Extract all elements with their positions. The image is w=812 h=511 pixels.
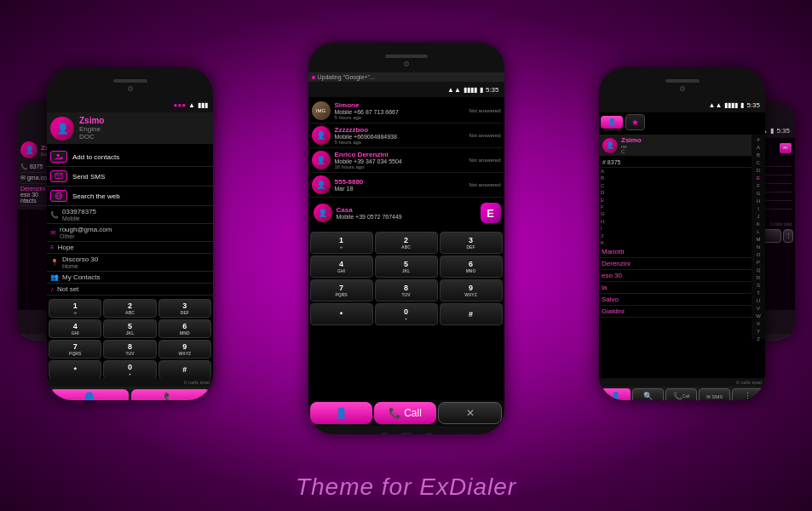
action-send-sms[interactable]: Send SMS bbox=[47, 167, 213, 187]
call-avatar-3: 👤 bbox=[312, 175, 331, 194]
dial-4[interactable]: 4GHI bbox=[49, 319, 101, 338]
time-rb: 5:35 bbox=[776, 127, 790, 135]
cdial-1[interactable]: 1∞ bbox=[310, 232, 373, 254]
cdial-0[interactable]: 0+ bbox=[375, 303, 438, 325]
dial-star[interactable]: * bbox=[49, 360, 101, 378]
right-more-btn[interactable]: ⋮ bbox=[732, 388, 763, 400]
action-add-contacts[interactable]: Add to contacts bbox=[47, 147, 213, 167]
signal-right: ▮▮▮▮ bbox=[724, 101, 738, 109]
dial-1[interactable]: 1∞ bbox=[49, 299, 101, 318]
contact-salvo[interactable]: Salvo bbox=[599, 294, 752, 306]
wifi-center: ▲▲ bbox=[447, 86, 461, 94]
cdial-8[interactable]: 8TUV bbox=[375, 279, 438, 301]
call-item-4-row[interactable]: 👤 Casa Mobile +39 0572 767449 E bbox=[310, 198, 503, 228]
alpha-E: E bbox=[601, 197, 750, 204]
call-item-4: 👤 Casa Mobile +39 0572 767449 bbox=[312, 201, 481, 225]
dialpad-left: 1∞ 2ABC 3DEF 4GHI 5JKL 6MNO 7PQRS 8TUV 9… bbox=[47, 297, 213, 378]
center-call-btn[interactable]: 📞 Call bbox=[374, 402, 436, 424]
action-search-web[interactable]: Search the web bbox=[47, 187, 213, 206]
right-call-btn[interactable]: 📞 Call bbox=[665, 388, 697, 400]
contact-eso30[interactable]: eso 30 bbox=[599, 270, 752, 282]
call-item-3[interactable]: 👤 555-8880 Mar 18 Not answered bbox=[310, 173, 503, 198]
dial-9[interactable]: 9WXYZ bbox=[158, 340, 211, 359]
center-delete-btn[interactable]: ✕ bbox=[438, 402, 502, 424]
dial-3[interactable]: 3DEF bbox=[158, 299, 211, 318]
update-dot bbox=[312, 76, 315, 79]
call-num-2: Mobile +39 347 034 5504 bbox=[335, 158, 469, 164]
phone-row: 📞 033978375 Mobile bbox=[47, 206, 213, 224]
alpha-J: J bbox=[601, 233, 750, 239]
dial-8[interactable]: 8TUV bbox=[103, 340, 156, 359]
alpha-G: G bbox=[601, 210, 750, 217]
cdial-3[interactable]: 3DEF bbox=[440, 232, 503, 254]
contacts-list-area: 👤 Zsimo ne C # 8375 A B bbox=[599, 135, 752, 339]
cdial-9[interactable]: 9WXYZ bbox=[440, 279, 503, 301]
call-btn-left[interactable]: 📞 bbox=[131, 389, 210, 400]
call-name-2: Enrico Derenzini bbox=[335, 151, 469, 158]
call-item-1[interactable]: 👤 Zzzzzzboo Mobile +669064884938 5 hours… bbox=[310, 123, 503, 148]
status-bar-center: ▲▲ ▮▮▮▮ ▮ 5:35 bbox=[308, 82, 504, 97]
speaker-center bbox=[385, 55, 428, 58]
contact-name-right: Zsimo bbox=[621, 136, 642, 144]
address-row: 📍 Discorso 30 Home bbox=[47, 254, 213, 272]
alpha-sidebar-F: F bbox=[757, 182, 760, 190]
my-contacts-row: 👥 My Contacts bbox=[47, 272, 213, 284]
contact-mariotti[interactable]: Mariotti bbox=[599, 246, 752, 258]
call-avatar-1: 👤 bbox=[312, 126, 331, 145]
dial-hash[interactable]: # bbox=[158, 360, 211, 378]
email-row: ✉ rough@gma.com Other bbox=[47, 224, 213, 242]
tab-star[interactable]: ★ bbox=[625, 114, 645, 130]
battery-left: ▮▮▮ bbox=[198, 101, 208, 109]
call-avatar-0: IMG bbox=[312, 101, 331, 120]
cdial-hash[interactable]: # bbox=[440, 303, 503, 325]
dial-6[interactable]: 6MNO bbox=[158, 319, 211, 338]
contact-avatar-left: 👤 bbox=[50, 117, 74, 141]
dial-2[interactable]: 2ABC bbox=[103, 299, 156, 318]
contact-salvo-name: Salvo bbox=[602, 296, 749, 303]
right-bottom-bar: 👤 🔍 📞 Call ✉ SMS ⋮ bbox=[599, 387, 765, 400]
contact-sub2-right: C bbox=[621, 149, 642, 154]
title-bar: Theme for ExDialer bbox=[0, 474, 812, 501]
call-num-0: Mobile +66 87 713 6667 bbox=[335, 109, 469, 115]
cdial-star[interactable]: * bbox=[310, 303, 373, 325]
tab-person[interactable]: 👤 bbox=[601, 116, 623, 129]
ringtone-value: Not set bbox=[57, 285, 78, 293]
cdial-2[interactable]: 2ABC bbox=[375, 232, 438, 254]
alpha-sidebar-H: H bbox=[757, 198, 760, 205]
right-contacts-btn[interactable]: 👤 bbox=[601, 388, 631, 400]
contact-name-left: Zsimo bbox=[79, 116, 104, 125]
signal-left: ●●● bbox=[174, 101, 187, 109]
call-name-0: Simone bbox=[335, 101, 469, 109]
call-item-2[interactable]: 👤 Enrico Derenzini Mobile +39 347 034 55… bbox=[310, 148, 503, 173]
cdial-7[interactable]: 7PQRS bbox=[310, 279, 373, 301]
contact-gialdini[interactable]: Gialdini bbox=[599, 306, 752, 318]
dial-7[interactable]: 7PQRS bbox=[49, 340, 101, 359]
dial-0[interactable]: 0+ bbox=[103, 360, 156, 378]
contact-la[interactable]: la bbox=[599, 282, 752, 294]
center-action-bar: 👤 📞 Call ✕ bbox=[308, 400, 504, 426]
nav-center bbox=[312, 429, 501, 434]
add-contacts-label: Add to contacts bbox=[72, 153, 119, 161]
cdial-5[interactable]: 5JKL bbox=[375, 256, 438, 278]
alpha-sidebar-A: A bbox=[757, 144, 760, 152]
contact-engine-left: Engine bbox=[79, 125, 104, 133]
call-name-3: 555-8880 bbox=[335, 178, 469, 186]
center-contacts-btn[interactable]: 👤 bbox=[310, 402, 372, 424]
contact-gialdini-name: Gialdini bbox=[602, 307, 749, 315]
right-search-btn[interactable]: 🔍 bbox=[632, 388, 664, 400]
call-item-0[interactable]: IMG Simone Mobile +66 87 713 6667 5 hour… bbox=[310, 99, 503, 123]
address-type: Home bbox=[62, 263, 98, 269]
signal-center: ▮▮▮▮ bbox=[464, 86, 477, 94]
right-sms-btn[interactable]: ✉ SMS bbox=[699, 388, 730, 400]
search-web-icon bbox=[50, 190, 67, 202]
app-title: Theme for ExDialer bbox=[296, 474, 516, 500]
contact-derenzini[interactable]: Derenzini bbox=[599, 258, 752, 270]
dial-5[interactable]: 5JKL bbox=[103, 319, 156, 338]
contact-eso30-name: eso 30 bbox=[602, 272, 749, 279]
cdial-6[interactable]: 6MNO bbox=[440, 256, 503, 278]
contacts-btn-left[interactable]: 👤 bbox=[49, 389, 129, 400]
label-value: Hope bbox=[58, 244, 74, 251]
cdial-4[interactable]: 4GHI bbox=[310, 256, 373, 278]
wifi-left: ▲ bbox=[188, 101, 195, 109]
alpha-sidebar-S: S bbox=[757, 282, 760, 290]
